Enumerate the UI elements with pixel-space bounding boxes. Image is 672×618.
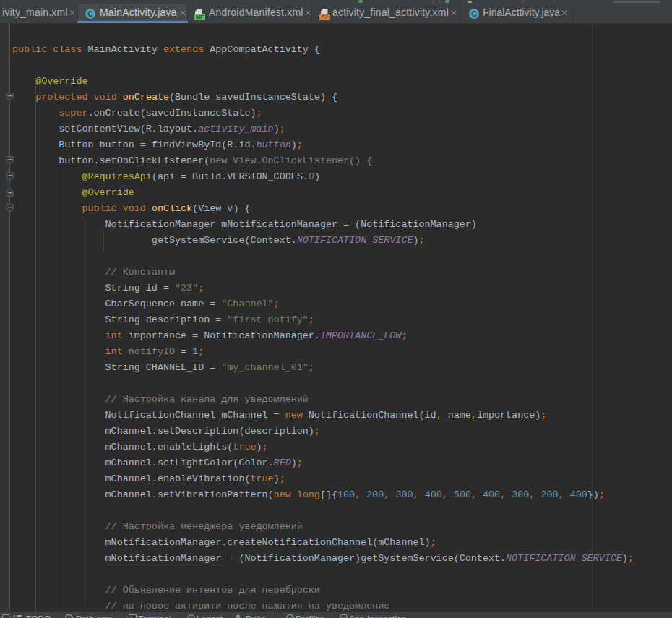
svg-text:</: </ [322, 13, 329, 20]
svg-text:MF: MF [196, 14, 204, 20]
svg-text:C: C [87, 9, 93, 18]
svg-text:C: C [471, 9, 477, 18]
